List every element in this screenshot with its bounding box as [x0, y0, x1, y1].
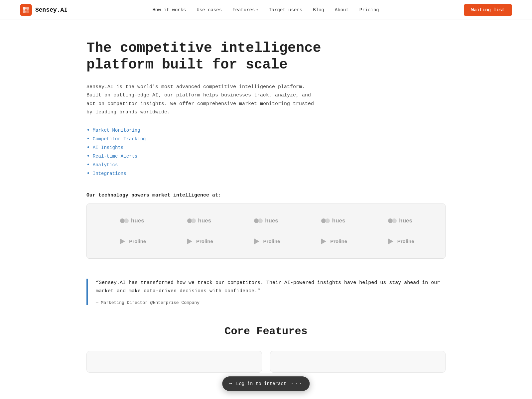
nav-link-features[interactable]: Features [232, 7, 255, 13]
logo-cell-proline-2: Proline [167, 234, 231, 248]
feature-label-integrations: Integrations [93, 171, 126, 176]
main-content: The competitive intelligence platform bu… [66, 20, 466, 379]
nav-item-target-users[interactable]: Target users [269, 7, 302, 13]
chevron-down-icon: ▾ [256, 8, 258, 12]
testimonial-section: “Sensey.AI has transformed how we track … [86, 279, 446, 305]
feature-list: • Market Monitoring • Competitor Trackin… [86, 127, 386, 177]
list-item[interactable]: • Real-time Alerts [86, 153, 386, 159]
logo-cell-hues-1: hues [100, 214, 164, 228]
logo-cell-proline-5: Proline [368, 234, 432, 248]
features-cards [86, 351, 446, 373]
hues-icon [321, 217, 330, 224]
navbar: Sensey.AI How it works Use cases Feature… [0, 0, 532, 20]
svg-rect-2 [23, 10, 26, 13]
svg-rect-0 [23, 7, 26, 10]
nav-link-pricing[interactable]: Pricing [359, 7, 379, 13]
nav-item-blog[interactable]: Blog [313, 7, 324, 13]
svg-point-7 [191, 218, 196, 223]
testimonial-author: — Marketing Director @Enterprise Company [96, 300, 446, 305]
waiting-list-button[interactable]: Waiting list [464, 4, 512, 16]
proline-logo-2: Proline [185, 238, 213, 245]
feature-card-2 [270, 351, 446, 373]
logo-grid: hues hues [100, 214, 432, 248]
feature-label-analytics: Analytics [93, 162, 118, 168]
hero-description: Sensey.AI is the world's most advanced c… [86, 83, 319, 117]
svg-marker-14 [120, 238, 125, 244]
logo-icon[interactable] [20, 4, 32, 16]
bullet-icon: • [86, 171, 90, 177]
logo-cell-hues-4: hues [301, 214, 365, 228]
proline-icon [118, 238, 127, 245]
list-item[interactable]: • Analytics [86, 162, 386, 168]
hues-label: hues [332, 217, 345, 224]
svg-marker-15 [187, 238, 192, 244]
svg-point-11 [325, 218, 330, 223]
proline-label: Proline [330, 238, 347, 244]
features-dropdown-trigger[interactable]: Features ▾ [232, 7, 258, 13]
svg-marker-17 [321, 238, 326, 244]
logo-text: Sensey.AI [35, 7, 67, 13]
hero-section: The competitive intelligence platform bu… [86, 40, 386, 177]
proline-label: Proline [129, 238, 146, 244]
hues-logo-1: hues [120, 217, 144, 224]
hues-icon [254, 217, 263, 224]
nav-item-use-cases[interactable]: Use cases [197, 7, 222, 13]
login-bar[interactable]: → Log in to interact ··· [222, 376, 310, 379]
svg-point-8 [254, 218, 259, 223]
logo-area[interactable]: Sensey.AI [20, 4, 67, 16]
svg-rect-1 [26, 7, 29, 10]
hues-icon [187, 217, 196, 224]
svg-point-6 [187, 218, 192, 223]
list-item[interactable]: • Market Monitoring [86, 127, 386, 133]
proline-logo-3: Proline [252, 238, 280, 245]
list-item[interactable]: • AI Insights [86, 145, 386, 151]
bullet-icon: • [86, 153, 90, 159]
svg-point-5 [124, 218, 129, 223]
logos-heading: Our technology powers market intelligenc… [86, 193, 446, 198]
proline-label: Proline [397, 238, 414, 244]
nav-link-target-users[interactable]: Target users [269, 7, 302, 13]
feature-label-market-monitoring: Market Monitoring [93, 128, 140, 133]
testimonial-text: “Sensey.AI has transformed how we track … [96, 279, 446, 296]
nav-item-about[interactable]: About [335, 7, 349, 13]
hero-title: The competitive intelligence platform bu… [86, 40, 386, 73]
hues-label: hues [399, 217, 412, 224]
core-features-title: Core Features [86, 325, 446, 337]
nav-link-how-it-works[interactable]: How it works [153, 7, 186, 13]
bullet-icon: • [86, 136, 90, 142]
bullet-icon: • [86, 162, 90, 168]
nav-item-how-it-works[interactable]: How it works [153, 7, 186, 13]
logo-cell-hues-5: hues [368, 214, 432, 228]
svg-point-12 [388, 218, 393, 223]
svg-marker-16 [254, 238, 259, 244]
svg-point-13 [392, 218, 397, 223]
proline-icon [319, 238, 328, 245]
list-item[interactable]: • Integrations [86, 171, 386, 177]
nav-link-about[interactable]: About [335, 7, 349, 13]
feature-label-ai-insights: AI Insights [93, 145, 123, 150]
proline-logo-5: Proline [386, 238, 414, 245]
hues-label: hues [131, 217, 144, 224]
logo-cell-proline-4: Proline [301, 234, 365, 248]
hues-label: hues [265, 217, 278, 224]
logos-section: Our technology powers market intelligenc… [86, 193, 446, 259]
logo-cell-proline-3: Proline [234, 234, 298, 248]
logo-cell-proline-1: Proline [100, 234, 164, 248]
nav-link-blog[interactable]: Blog [313, 7, 324, 13]
hues-icon [388, 217, 397, 224]
hues-logo-2: hues [187, 217, 211, 224]
nav-link-use-cases[interactable]: Use cases [197, 7, 222, 13]
bullet-icon: • [86, 145, 90, 151]
hues-logo-4: hues [321, 217, 345, 224]
svg-rect-3 [26, 10, 29, 13]
proline-logo-1: Proline [118, 238, 146, 245]
proline-icon [386, 238, 395, 245]
svg-point-10 [321, 218, 326, 223]
list-item[interactable]: • Competitor Tracking [86, 136, 386, 142]
logo-cell-hues-3: hues [234, 214, 298, 228]
svg-point-4 [120, 218, 125, 223]
hues-logo-5: hues [388, 217, 412, 224]
nav-item-features[interactable]: Features ▾ [232, 7, 258, 13]
proline-label: Proline [263, 238, 280, 244]
nav-item-pricing[interactable]: Pricing [359, 7, 379, 13]
